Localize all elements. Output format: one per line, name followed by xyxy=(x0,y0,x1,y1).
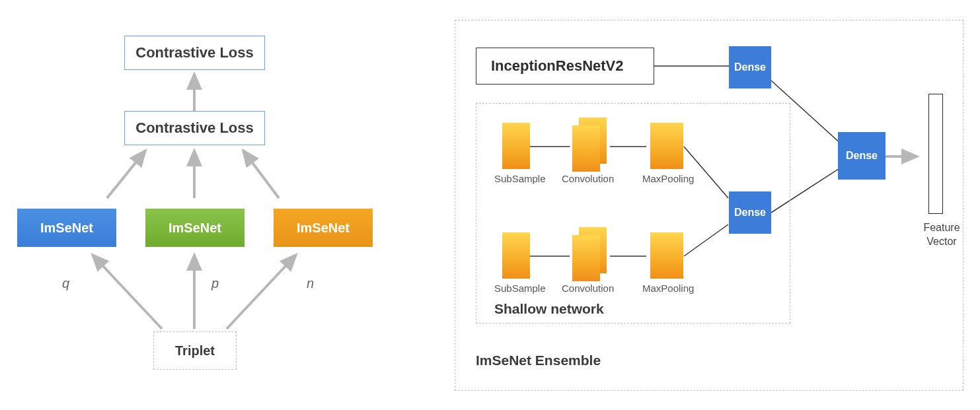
lbl-subsample-1: SubSample xyxy=(494,173,546,184)
svg-line-3 xyxy=(243,151,279,198)
ensemble-title: ImSeNet Ensemble xyxy=(476,353,601,368)
imsenet-q: ImSeNet xyxy=(17,209,116,247)
svg-line-4 xyxy=(93,255,162,329)
conv-2-front xyxy=(572,235,600,281)
triplet-box: Triplet xyxy=(153,331,237,370)
lbl-conv-2: Convolution xyxy=(562,283,614,294)
lbl-conv-1: Convolution xyxy=(562,173,614,184)
feature-vector-label: Feature Vector xyxy=(919,221,965,249)
svg-line-6 xyxy=(227,255,296,329)
svg-line-2 xyxy=(107,151,145,198)
lbl-subsample-2: SubSample xyxy=(494,283,546,294)
conv-1-front xyxy=(572,125,600,172)
feature-vector-icon xyxy=(928,94,943,214)
label-q: q xyxy=(62,276,69,291)
subsample-2 xyxy=(502,232,530,279)
imsenet-p: ImSeNet xyxy=(145,209,245,247)
dense-top: Dense xyxy=(729,46,771,88)
dense-out: Dense xyxy=(838,132,886,180)
maxpool-2 xyxy=(650,232,683,279)
subsample-1 xyxy=(502,123,530,169)
label-n: n xyxy=(307,276,314,291)
maxpool-1 xyxy=(650,123,683,169)
label-p: p xyxy=(211,276,219,291)
lbl-maxpool-2: MaxPooling xyxy=(642,283,694,294)
contrastive-loss-mid: Contrastive Loss xyxy=(124,111,265,145)
inception-block: InceptionResNetV2 xyxy=(476,48,654,85)
lbl-maxpool-1: MaxPooling xyxy=(642,173,694,184)
shallow-title: Shallow network xyxy=(494,301,604,317)
contrastive-loss-top: Contrastive Loss xyxy=(124,36,265,70)
imsenet-n: ImSeNet xyxy=(274,209,373,247)
